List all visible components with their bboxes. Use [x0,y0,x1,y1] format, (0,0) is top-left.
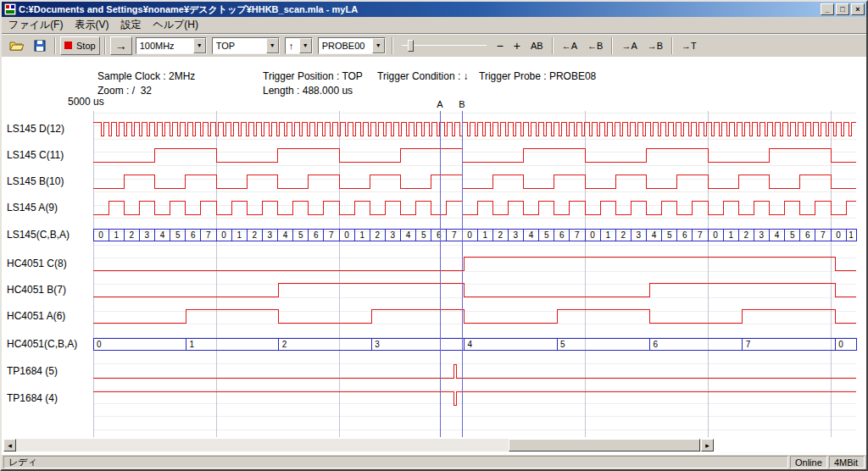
svg-text:7: 7 [329,230,334,240]
svg-text:6: 6 [653,340,658,349]
svg-text:3: 3 [760,230,765,240]
menu-help[interactable]: ヘルプ(H) [147,17,204,33]
svg-text:4: 4 [406,230,411,240]
menu-settings[interactable]: 設定 [114,17,147,33]
svg-text:HC4051(C,B,A): HC4051(C,B,A) [7,338,77,350]
svg-text:2: 2 [253,230,258,240]
svg-text:1: 1 [849,230,854,240]
svg-text:0: 0 [98,230,103,240]
menu-view[interactable]: 表示(V) [69,17,114,33]
svg-text:2: 2 [498,230,504,240]
run-button[interactable]: → [110,36,132,55]
slider-thumb[interactable] [408,40,414,52]
trigger-edge-value: ↑ [286,41,299,51]
stop-label: Stop [76,41,96,51]
scrollbar-thumb[interactable] [509,439,700,452]
maximize-button[interactable]: □ [836,3,849,15]
svg-text:7: 7 [206,230,211,240]
stop-button[interactable]: Stop [60,36,100,55]
svg-text:0: 0 [97,340,102,349]
toolbar-separator [54,37,56,54]
status-memory-text: 4MBit [834,457,858,468]
svg-text:2: 2 [621,230,626,240]
move-left-to-a-button[interactable]: ←A [558,36,581,55]
move-right-to-b-button[interactable]: →B [643,36,667,55]
app-window: C:¥Documents and Settings¥noname¥デスクトップ¥… [0,0,868,471]
chevron-down-icon[interactable]: ▼ [299,38,312,53]
svg-text:LS145 D(12): LS145 D(12) [7,123,64,135]
trigger-position-combo[interactable]: TOP ▼ [212,37,280,54]
cursor-ab-button[interactable]: AB [526,36,548,55]
svg-text:3: 3 [268,230,273,240]
svg-text:5: 5 [560,340,565,349]
svg-text:1: 1 [482,230,487,240]
status-online: Online [790,456,827,468]
svg-text:5: 5 [790,230,795,240]
move-left-to-b-button[interactable]: ←B [583,36,607,55]
svg-text:1: 1 [114,230,119,240]
window-title: C:¥Documents and Settings¥noname¥デスクトップ¥… [19,3,819,16]
menu-file[interactable]: ファイル(F) [3,17,69,33]
toolbar: Stop → 100MHz ▼ TOP ▼ ↑ ▼ PROBE00 ▼ − + … [2,33,866,57]
svg-text:1: 1 [189,340,194,349]
svg-text:4: 4 [160,230,165,240]
toolbar-separator [104,37,106,54]
titlebar[interactable]: C:¥Documents and Settings¥noname¥デスクトップ¥… [2,2,866,17]
horizontal-scrollbar[interactable]: ◀ ▶ [3,439,714,452]
chevron-down-icon[interactable]: ▼ [193,38,206,53]
svg-text:2: 2 [376,230,381,240]
toolbar-separator [392,37,393,54]
svg-text:7: 7 [698,230,703,240]
svg-text:0: 0 [836,230,841,240]
save-button[interactable] [30,36,50,55]
svg-text:5: 5 [175,230,181,240]
svg-text:1: 1 [728,230,733,240]
move-right-to-a-button[interactable]: →A [617,36,641,55]
svg-text:4: 4 [468,340,473,349]
svg-text:7: 7 [575,230,580,240]
svg-text:2: 2 [130,230,135,240]
toolbar-separator [671,37,673,54]
svg-text:1: 1 [605,230,610,240]
svg-text:TP1684 (5): TP1684 (5) [7,365,58,377]
svg-text:6: 6 [559,230,565,240]
menubar: ファイル(F) 表示(V) 設定 ヘルプ(H) [2,17,866,33]
zoom-slider[interactable] [400,37,488,54]
svg-text:0: 0 [590,230,595,240]
svg-text:4: 4 [529,230,534,240]
minimize-button[interactable]: _ [821,3,834,15]
zoom-out-button[interactable]: − [492,36,508,55]
statusbar: レディ Online 4MBit [2,455,866,469]
svg-text:7: 7 [746,340,751,349]
waveform-display[interactable]: 5000 usLS145 D(12)LS145 C(11)LS145 B(10)… [2,57,866,455]
chevron-down-icon[interactable]: ▼ [266,38,279,53]
goto-trigger-button[interactable]: →T [677,36,701,55]
zoom-in-button[interactable]: + [509,36,525,55]
svg-text:3: 3 [391,230,396,240]
svg-text:HC4051 B(7): HC4051 B(7) [7,284,66,296]
svg-text:HC4051 A(6): HC4051 A(6) [7,310,65,322]
status-memory: 4MBit [829,456,865,468]
scroll-left-button[interactable]: ◀ [3,439,16,452]
svg-text:LS145 B(10): LS145 B(10) [7,175,64,187]
svg-text:3: 3 [637,230,642,240]
svg-text:A: A [437,99,443,109]
close-button[interactable]: × [851,3,865,15]
scroll-right-button[interactable]: ▶ [701,439,714,452]
svg-text:5: 5 [544,230,549,240]
svg-text:LS145(C,B,A): LS145(C,B,A) [7,229,70,241]
svg-text:0: 0 [713,230,718,240]
trigger-probe-value: PROBE00 [319,41,372,51]
sample-rate-value: 100MHz [136,41,193,51]
svg-text:5: 5 [421,230,426,240]
toolbar-separator [552,37,554,54]
trigger-probe-combo[interactable]: PROBE00 ▼ [318,37,386,54]
chevron-down-icon[interactable]: ▼ [372,38,385,53]
svg-text:3: 3 [514,230,519,240]
sample-rate-combo[interactable]: 100MHz ▼ [136,37,207,54]
open-button[interactable] [5,36,28,55]
svg-text:4: 4 [775,230,780,240]
svg-text:0: 0 [344,230,349,240]
status-ready-text: レディ [8,456,37,468]
trigger-edge-combo[interactable]: ↑ ▼ [285,37,313,54]
